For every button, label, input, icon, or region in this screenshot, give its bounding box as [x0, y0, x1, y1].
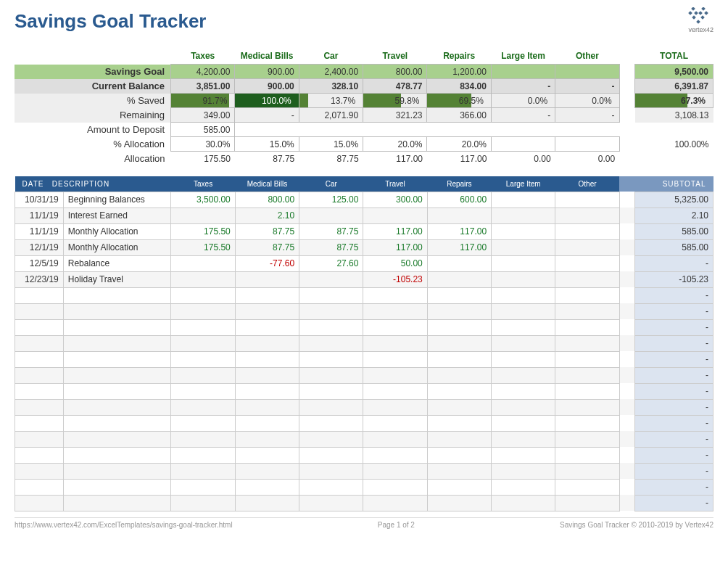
tx-value	[492, 399, 555, 415]
tx-value: 175.50	[171, 239, 235, 255]
tx-value	[363, 335, 427, 351]
tx-desc	[63, 319, 171, 335]
tx-value	[171, 399, 235, 415]
tx-value	[555, 207, 619, 223]
tx-value	[427, 399, 491, 415]
tx-value	[427, 303, 491, 319]
tx-subtotal: -	[635, 351, 713, 367]
tx-desc	[63, 447, 171, 463]
tx-desc	[63, 367, 171, 383]
table-row: -	[15, 351, 713, 367]
category-header-row: Taxes Medical Bills Car Travel Repairs L…	[15, 48, 713, 65]
table-row: -	[15, 431, 713, 447]
table-row: 11/1/19Interest Earned2.102.10	[15, 207, 713, 223]
tx-value	[171, 447, 235, 463]
tx-value	[299, 383, 363, 399]
tx-desc: Interest Earned	[63, 207, 171, 223]
tx-desc	[63, 303, 171, 319]
tx-value	[235, 351, 299, 367]
tx-value	[427, 287, 491, 303]
tx-date	[15, 287, 64, 303]
tx-value	[171, 303, 235, 319]
tx-value	[555, 367, 619, 383]
tx-value	[363, 351, 427, 367]
tx-date	[15, 447, 64, 463]
tx-date	[15, 495, 64, 511]
tx-value	[492, 447, 555, 463]
tx-value: 87.75	[235, 223, 299, 239]
cat-header: Large Item	[491, 48, 555, 65]
row-label: Current Balance	[15, 79, 171, 94]
tx-header-row: DATE DESCRIPTION Taxes Medical Bills Car…	[15, 176, 713, 192]
tx-desc: Monthly Allocation	[63, 239, 171, 255]
tx-desc: Rebalance	[63, 255, 171, 271]
brand-logo: vertex42	[684, 7, 713, 33]
svg-rect-6	[692, 15, 696, 20]
tx-value	[427, 431, 491, 447]
tx-value	[363, 383, 427, 399]
tx-value: 600.00	[427, 192, 491, 207]
table-row: -	[15, 335, 713, 351]
table-row: 12/5/19Rebalance-77.6027.6050.00-	[15, 255, 713, 271]
tx-value	[492, 223, 555, 239]
tx-value	[363, 367, 427, 383]
footer: https://www.vertex42.com/ExcelTemplates/…	[15, 517, 713, 529]
cat-header: Other	[555, 48, 619, 65]
tx-value	[427, 479, 491, 495]
tx-desc	[63, 287, 171, 303]
tx-subtotal: -	[635, 335, 713, 351]
table-row: -	[15, 287, 713, 303]
tx-value	[235, 479, 299, 495]
tx-date: 10/31/19	[15, 192, 64, 207]
tx-date: 12/5/19	[15, 255, 64, 271]
tx-value	[235, 447, 299, 463]
tx-value	[492, 367, 555, 383]
tx-value: 300.00	[363, 192, 427, 207]
tx-desc	[63, 495, 171, 511]
tx-desc	[63, 431, 171, 447]
tx-subtotal: -	[635, 399, 713, 415]
tx-value	[235, 303, 299, 319]
svg-rect-1	[701, 7, 706, 11]
tx-subtotal: -	[635, 383, 713, 399]
tx-value	[492, 335, 555, 351]
tx-subtotal: -	[635, 255, 713, 271]
tx-value	[492, 351, 555, 367]
tx-subtotal: -	[635, 319, 713, 335]
tx-value	[363, 415, 427, 431]
tx-value: 87.75	[299, 223, 363, 239]
cat-header: Medical Bills	[235, 48, 299, 65]
tx-value	[171, 463, 235, 479]
table-row: -	[15, 383, 713, 399]
tx-value	[235, 383, 299, 399]
tx-value	[555, 271, 619, 287]
tx-subtotal: 585.00	[635, 239, 713, 255]
tx-value	[492, 495, 555, 511]
allocation-row: Allocation 175.50 87.75 87.75 117.00 117…	[15, 152, 713, 166]
tx-value	[555, 351, 619, 367]
tx-subtotal: 585.00	[635, 223, 713, 239]
tx-value	[427, 495, 491, 511]
tx-value	[299, 479, 363, 495]
cat-header: Travel	[363, 48, 427, 65]
transactions-table: DATE DESCRIPTION Taxes Medical Bills Car…	[15, 176, 713, 511]
table-row: 10/31/19Beginning Balances3,500.00800.00…	[15, 192, 713, 207]
table-row: 12/1/19Monthly Allocation175.5087.7587.7…	[15, 239, 713, 255]
footer-url: https://www.vertex42.com/ExcelTemplates/…	[15, 521, 233, 529]
svg-rect-8	[696, 20, 700, 24]
tx-value	[492, 415, 555, 431]
tx-value	[555, 463, 619, 479]
tx-value	[555, 399, 619, 415]
tx-value	[492, 463, 555, 479]
savings-goal-row: Savings Goal 4,200.00 900.00 2,400.00 80…	[15, 65, 713, 79]
tx-value	[492, 192, 555, 207]
table-row: -	[15, 415, 713, 431]
tx-value	[363, 447, 427, 463]
tx-desc	[63, 479, 171, 495]
tx-subtotal: -	[635, 479, 713, 495]
tx-value: 117.00	[363, 223, 427, 239]
tx-date	[15, 319, 64, 335]
tx-header-datedesc: DATE DESCRIPTION	[15, 176, 171, 192]
row-label: % Saved	[15, 94, 171, 108]
tx-value: 117.00	[363, 239, 427, 255]
